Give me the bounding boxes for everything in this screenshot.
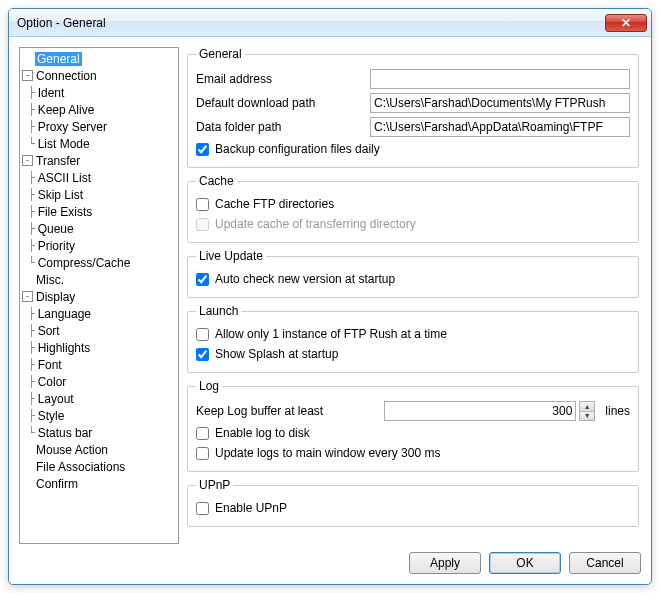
tree-item-list-mode[interactable]: └List Mode [20, 135, 178, 152]
tree-item-label: List Mode [37, 137, 91, 151]
tree-item-label: Queue [37, 222, 75, 236]
chevron-up-icon[interactable]: ▲ [580, 402, 594, 412]
cache-ftp-label: Cache FTP directories [215, 197, 334, 211]
tree-item-status-bar[interactable]: └Status bar [20, 424, 178, 441]
tree-item-language[interactable]: ├Language [20, 305, 178, 322]
tree-item-label: Proxy Server [37, 120, 108, 134]
tree-item-label: Compress/Cache [37, 256, 132, 270]
tree-item-label: Style [37, 409, 66, 423]
update-main-label: Update logs to main window every 300 ms [215, 446, 440, 460]
upnp-label: Enable UPnP [215, 501, 287, 515]
tree-item-label: Display [35, 290, 76, 304]
group-upnp: UPnP Enable UPnP [187, 478, 639, 527]
tree-item-ascii-list[interactable]: ├ASCII List [20, 169, 178, 186]
single-instance-label: Allow only 1 instance of FTP Rush at a t… [215, 327, 447, 341]
tree-item-highlights[interactable]: ├Highlights [20, 339, 178, 356]
keep-log-input[interactable] [384, 401, 576, 421]
cancel-button[interactable]: Cancel [569, 552, 641, 574]
tree-item-transfer[interactable]: -Transfer [20, 152, 178, 169]
tree-item-connection[interactable]: -Connection [20, 67, 178, 84]
tree-item-label: Transfer [35, 154, 81, 168]
tree-item-label: Font [37, 358, 63, 372]
tree-item-label: Highlights [37, 341, 92, 355]
tree-item-file-associations[interactable]: File Associations [20, 458, 178, 475]
update-main-checkbox[interactable] [196, 447, 209, 460]
upnp-checkbox[interactable] [196, 502, 209, 515]
email-label: Email address [196, 72, 366, 86]
single-instance-checkbox[interactable] [196, 328, 209, 341]
group-general-legend: General [196, 47, 245, 61]
tree-item-mouse-action[interactable]: Mouse Action [20, 441, 178, 458]
auto-check-checkbox[interactable] [196, 273, 209, 286]
tree-item-style[interactable]: ├Style [20, 407, 178, 424]
tree-branch-icon: ├ [28, 324, 35, 337]
keep-log-suffix: lines [605, 404, 630, 418]
keep-log-label: Keep Log buffer at least [196, 404, 380, 418]
tree-item-label: Priority [37, 239, 76, 253]
options-dialog: Option - General ✕ General-Connection├Id… [8, 8, 652, 585]
tree-item-confirm[interactable]: Confirm [20, 475, 178, 492]
tree-item-color[interactable]: ├Color [20, 373, 178, 390]
tree-item-label: Sort [37, 324, 61, 338]
tree-item-font[interactable]: ├Font [20, 356, 178, 373]
tree-item-label: Mouse Action [35, 443, 109, 457]
close-icon[interactable]: ✕ [605, 14, 647, 32]
chevron-down-icon[interactable]: ▼ [580, 412, 594, 421]
ok-button[interactable]: OK [489, 552, 561, 574]
enable-disk-checkbox[interactable] [196, 427, 209, 440]
backup-label: Backup configuration files daily [215, 142, 380, 156]
download-path-input[interactable] [370, 93, 630, 113]
tree-branch-icon: └ [28, 426, 35, 439]
keep-log-spinner[interactable]: ▲▼ [579, 401, 595, 421]
tree-item-keep-alive[interactable]: ├Keep Alive [20, 101, 178, 118]
tree-item-compress-cache[interactable]: └Compress/Cache [20, 254, 178, 271]
show-splash-checkbox[interactable] [196, 348, 209, 361]
tree-item-ident[interactable]: ├Ident [20, 84, 178, 101]
download-path-label: Default download path [196, 96, 366, 110]
tree-branch-icon: ├ [28, 86, 35, 99]
tree-branch-icon: ├ [28, 375, 35, 388]
tree-item-label: General [35, 52, 82, 66]
tree-item-proxy-server[interactable]: ├Proxy Server [20, 118, 178, 135]
data-path-input[interactable] [370, 117, 630, 137]
tree-branch-icon: ├ [28, 392, 35, 405]
tree-item-sort[interactable]: ├Sort [20, 322, 178, 339]
tree-item-label: Color [37, 375, 68, 389]
tree-item-file-exists[interactable]: ├File Exists [20, 203, 178, 220]
tree-item-queue[interactable]: ├Queue [20, 220, 178, 237]
collapse-icon[interactable]: - [22, 155, 33, 166]
tree-item-layout[interactable]: ├Layout [20, 390, 178, 407]
tree-branch-icon: ├ [28, 222, 35, 235]
tree-branch-icon: └ [28, 137, 35, 150]
group-upnp-legend: UPnP [196, 478, 233, 492]
tree-branch-icon: ├ [28, 341, 35, 354]
titlebar: Option - General ✕ [9, 9, 651, 37]
show-splash-label: Show Splash at startup [215, 347, 338, 361]
tree-item-label: Skip List [37, 188, 84, 202]
tree-branch-icon: ├ [28, 205, 35, 218]
apply-button[interactable]: Apply [409, 552, 481, 574]
collapse-icon[interactable]: - [22, 70, 33, 81]
collapse-icon[interactable]: - [22, 291, 33, 302]
tree-branch-icon: ├ [28, 358, 35, 371]
tree-branch-icon: ├ [28, 188, 35, 201]
cache-ftp-checkbox[interactable] [196, 198, 209, 211]
tree-item-skip-list[interactable]: ├Skip List [20, 186, 178, 203]
tree-item-display[interactable]: -Display [20, 288, 178, 305]
tree-branch-icon: └ [28, 256, 35, 269]
tree-item-label: ASCII List [37, 171, 92, 185]
backup-checkbox[interactable] [196, 143, 209, 156]
tree-item-label: Keep Alive [37, 103, 96, 117]
tree-item-general[interactable]: General [20, 50, 178, 67]
content-area: General-Connection├Ident├Keep Alive├Prox… [9, 37, 651, 584]
tree-item-priority[interactable]: ├Priority [20, 237, 178, 254]
group-general: General Email address Default download p… [187, 47, 639, 168]
tree-branch-icon: ├ [28, 171, 35, 184]
email-input[interactable] [370, 69, 630, 89]
tree-item-misc-[interactable]: Misc. [20, 271, 178, 288]
group-cache-legend: Cache [196, 174, 237, 188]
tree-item-label: Connection [35, 69, 98, 83]
category-tree[interactable]: General-Connection├Ident├Keep Alive├Prox… [19, 47, 179, 544]
group-log-legend: Log [196, 379, 222, 393]
auto-check-label: Auto check new version at startup [215, 272, 395, 286]
